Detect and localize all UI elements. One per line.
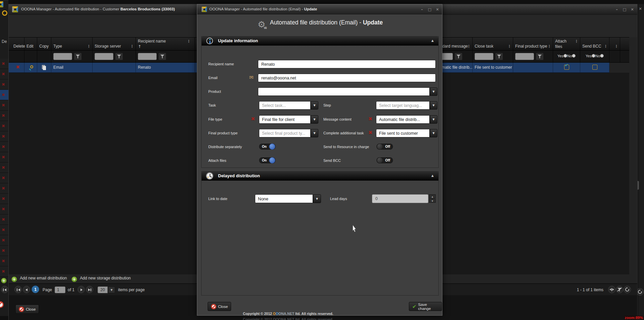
minimize-icon[interactable]: –	[420, 7, 424, 12]
filter-no-radio[interactable]	[600, 54, 604, 58]
filter-input-storage-server[interactable]	[95, 53, 113, 60]
filter-input-type[interactable]	[53, 53, 72, 60]
delete-cell[interactable]: ✖	[11, 63, 24, 72]
main-close-button[interactable]: Close	[15, 305, 39, 314]
filter-yes-radio[interactable]	[592, 54, 595, 58]
complete-additional-task-dropdown-button[interactable]: ▼	[430, 129, 437, 137]
column-menu-icon[interactable]: ⋮	[547, 44, 551, 49]
dialog-close-button[interactable]: Close	[208, 302, 231, 311]
maximize-icon[interactable]: □	[427, 7, 432, 12]
pager-first-button[interactable]	[14, 286, 22, 293]
column-header-attach-files[interactable]: Attach files ⋮	[553, 38, 580, 50]
close-icon[interactable]: ✕	[435, 7, 440, 12]
edit-cell[interactable]	[24, 63, 37, 72]
product-dropdown-button[interactable]: ▼	[430, 87, 437, 96]
email-input[interactable]	[258, 74, 436, 82]
filter-yes-radio[interactable]	[564, 54, 567, 58]
file-type-dropdown-button[interactable]: ▼	[311, 115, 318, 124]
spin-down-button[interactable]: ▼	[429, 199, 436, 203]
delete-icon[interactable]: ✖	[16, 64, 20, 70]
filter-button[interactable]	[158, 53, 166, 60]
copy-cell[interactable]	[37, 63, 51, 72]
filter-input-final-product-type[interactable]	[515, 53, 534, 60]
attach-files-checkbox-checked[interactable]: ✔	[564, 65, 569, 70]
recipient-name-input[interactable]	[258, 60, 436, 68]
refresh-button[interactable]	[624, 286, 631, 293]
send-bcc-checkbox-unchecked[interactable]	[592, 65, 597, 70]
back-window-controls[interactable]: ✕	[638, 7, 643, 11]
column-header-close-task[interactable]: Close task⋮	[473, 38, 513, 50]
collapse-icon[interactable]: ▲	[431, 174, 434, 177]
send-bcc-toggle[interactable]: Off	[376, 157, 393, 164]
column-header-storage-server[interactable]: Storage server⋮	[93, 38, 136, 50]
pager-first-button-partial[interactable]	[1, 286, 8, 293]
complete-additional-task-combo[interactable]: File sent to customer	[376, 129, 430, 137]
pager-last-button[interactable]	[86, 286, 93, 293]
filter-button[interactable]	[454, 53, 463, 60]
filter-button[interactable]	[74, 53, 82, 60]
step-dropdown-button[interactable]: ▼	[430, 101, 437, 110]
spin-up-button[interactable]: ▲	[429, 194, 436, 198]
file-type-combo[interactable]: Final file for client	[259, 115, 311, 124]
filter-button[interactable]	[536, 53, 544, 60]
filter-button[interactable]	[495, 53, 503, 60]
maximize-icon[interactable]: □	[622, 7, 627, 12]
column-menu-icon[interactable]: ⋮	[130, 44, 134, 49]
send-to-resource-toggle[interactable]: Off	[376, 143, 393, 150]
add-icon[interactable]: +	[1, 278, 7, 283]
close-icon[interactable]: ✕	[638, 7, 643, 11]
clear-filter-button[interactable]	[616, 286, 623, 293]
attach-files-toggle[interactable]: On	[259, 157, 276, 164]
column-menu-icon[interactable]: ⋮	[87, 44, 91, 49]
column-freeze-button[interactable]	[608, 286, 615, 293]
close-icon[interactable]: ✕	[630, 7, 635, 12]
step-combo[interactable]: Select target languag...	[376, 101, 430, 110]
copy-icon[interactable]	[42, 65, 46, 70]
add-email-distribution-link[interactable]: + Add new email distribution	[11, 276, 67, 282]
product-combo[interactable]	[258, 87, 430, 96]
final-product-type-dropdown-button[interactable]: ▼	[311, 129, 318, 137]
link-to-date-dropdown-button[interactable]: ▼	[313, 194, 321, 203]
delayed-distribution-header[interactable]: Delayed distribution ▲	[202, 172, 438, 181]
close-button-partial-icon[interactable]	[0, 301, 4, 308]
page-size-value[interactable]: 20	[98, 286, 108, 293]
message-content-combo[interactable]: Automatic file distrib...	[376, 115, 430, 124]
column-header-send-bcc[interactable]: Send BCC⋮	[580, 38, 609, 50]
link-to-date-combo[interactable]: None	[255, 194, 313, 203]
add-storage-distribution-link[interactable]: + Add new storage distribution	[71, 276, 131, 282]
column-menu-icon[interactable]: ⋮	[604, 44, 607, 49]
pager-current-page[interactable]: 1	[32, 285, 39, 293]
column-menu-icon[interactable]: ⋮	[507, 44, 511, 49]
column-header-edit[interactable]: Edit	[24, 38, 37, 50]
filter-no-radio[interactable]	[572, 54, 576, 58]
main-window-controls[interactable]: – □ ✕	[614, 7, 635, 12]
column-menu-icon[interactable]: ⋮	[467, 44, 471, 49]
lead-days-spinner[interactable]: ▲ ▼	[429, 194, 436, 203]
dialog-titlebar[interactable]: OOONA Manager - Automated file distribut…	[197, 4, 442, 14]
message-content-dropdown-button[interactable]: ▼	[430, 115, 437, 124]
column-header-copy[interactable]: Copy	[37, 38, 51, 50]
column-header-type[interactable]: Type⋮	[51, 38, 93, 50]
page-number-input[interactable]	[55, 286, 65, 293]
pager-next-button[interactable]	[77, 286, 85, 293]
minimize-icon[interactable]: –	[614, 7, 619, 12]
distribute-separately-toggle[interactable]: On	[259, 143, 276, 150]
filter-input-recipient-name[interactable]	[138, 53, 157, 60]
column-menu-icon[interactable]: ⋮	[575, 39, 578, 44]
save-change-button[interactable]: ✔ Save change	[409, 302, 442, 311]
column-menu-icon[interactable]: ⋮	[187, 39, 191, 44]
final-product-type-combo[interactable]: Select final product ty...	[259, 129, 311, 137]
collapse-icon[interactable]: ▲	[431, 39, 434, 42]
column-header-final-product-type[interactable]: Final product type⋮	[513, 38, 553, 50]
task-dropdown-button[interactable]: ▼	[311, 101, 318, 110]
column-header-delete[interactable]: Delete	[11, 38, 24, 50]
update-information-header[interactable]: Update information ▲	[202, 37, 438, 46]
dialog-window-controls[interactable]: – □ ✕	[420, 7, 440, 12]
filter-button[interactable]	[115, 53, 123, 60]
edit-magnifier-icon[interactable]	[28, 65, 34, 70]
filter-input-close-task[interactable]	[475, 53, 493, 60]
task-combo[interactable]: Select task...	[259, 101, 311, 110]
column-header-recipient-name[interactable]: Recipient name ↑ ⋮	[136, 38, 195, 50]
pager-previous-button[interactable]	[23, 286, 30, 293]
column-menu-icon[interactable]: ⋮	[614, 44, 618, 49]
